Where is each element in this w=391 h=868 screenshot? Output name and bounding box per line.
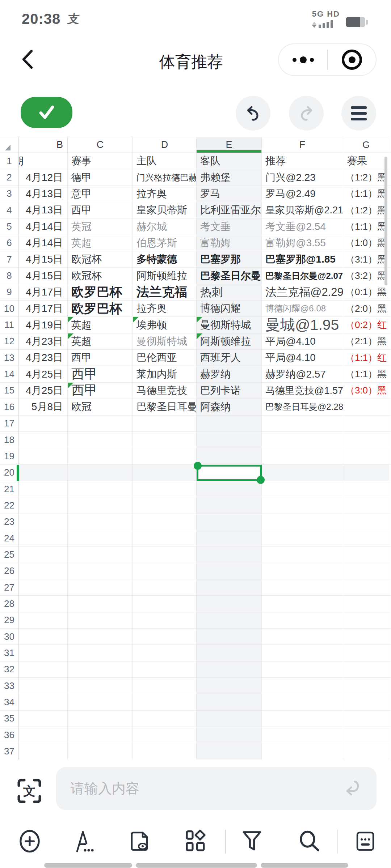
cell-F37[interactable]	[262, 743, 343, 759]
cell-B11[interactable]: 4月19日	[19, 317, 68, 333]
row-header-16[interactable]: 16	[0, 399, 19, 415]
cell-B1[interactable]: 期	[19, 153, 68, 169]
undo-button[interactable]	[236, 96, 270, 131]
cell-G14[interactable]: （1:1）黑	[343, 366, 389, 382]
cell-D12[interactable]: 曼彻斯特城	[133, 333, 197, 349]
cell-B4[interactable]: 4月13日	[19, 202, 68, 218]
scan-text-button[interactable]: 文	[17, 778, 41, 805]
cell-B22[interactable]	[19, 497, 68, 513]
row-header-13[interactable]: 13	[0, 350, 19, 366]
cell-F32[interactable]	[262, 661, 343, 677]
add-button[interactable]	[18, 830, 41, 854]
cell-F3[interactable]: 罗马@2.49	[262, 186, 343, 202]
cell-E16[interactable]: 阿森纳	[197, 399, 262, 415]
cell-C25[interactable]	[68, 546, 133, 562]
cell-G30[interactable]	[343, 629, 389, 644]
row-header-26[interactable]: 26	[0, 563, 19, 579]
cell-F34[interactable]	[262, 694, 343, 710]
cell-D27[interactable]	[133, 579, 197, 595]
cell-D5[interactable]: 赫尔城	[133, 218, 197, 234]
row-header-36[interactable]: 36	[0, 727, 19, 743]
cell-C4[interactable]: 西甲	[68, 202, 133, 218]
cell-B17[interactable]	[19, 416, 68, 431]
cell-G20[interactable]	[343, 465, 389, 481]
cell-B6[interactable]: 4月14日	[19, 235, 68, 251]
cell-G2[interactable]: （1:2）黑	[343, 169, 389, 185]
cell-C6[interactable]: 英超	[68, 235, 133, 251]
cell-content-input[interactable]: 请输入内容	[56, 767, 377, 810]
cell-D7[interactable]: 多特蒙德	[133, 251, 197, 267]
cell-E9[interactable]: 热刺	[197, 284, 262, 300]
cell-B36[interactable]	[19, 727, 68, 743]
cell-C34[interactable]	[68, 694, 133, 710]
cell-D20[interactable]	[133, 465, 197, 481]
cell-F31[interactable]	[262, 645, 343, 661]
column-header-E[interactable]: E	[197, 137, 262, 153]
cell-E36[interactable]	[197, 727, 262, 743]
cell-B37[interactable]	[19, 743, 68, 759]
cell-C28[interactable]	[68, 596, 133, 612]
cell-E14[interactable]: 赫罗纳	[197, 366, 262, 382]
cell-layout-button[interactable]	[184, 830, 207, 854]
row-header-24[interactable]: 24	[0, 530, 19, 546]
vertical-scrollbar[interactable]	[384, 157, 387, 285]
cell-C27[interactable]	[68, 579, 133, 595]
row-header-20[interactable]: 20	[0, 465, 19, 481]
cell-D19[interactable]	[133, 448, 197, 464]
row-header-27[interactable]: 27	[0, 579, 19, 595]
row-header-23[interactable]: 23	[0, 514, 19, 530]
cell-F18[interactable]	[262, 432, 343, 448]
cell-B10[interactable]: 4月17日	[19, 301, 68, 316]
cell-C12[interactable]: 英超	[68, 333, 133, 349]
cell-B8[interactable]: 4月15日	[19, 268, 68, 284]
cell-D6[interactable]: 伯恩茅斯	[133, 235, 197, 251]
cell-F7[interactable]: 巴塞罗那@1.85	[262, 251, 343, 267]
cell-D8[interactable]: 阿斯顿维拉	[133, 268, 197, 284]
row-header-29[interactable]: 29	[0, 612, 19, 628]
cell-F35[interactable]	[262, 711, 343, 727]
cell-G3[interactable]: （1:1）黑	[343, 186, 389, 202]
cell-G1[interactable]: 赛果	[343, 153, 389, 169]
cell-G5[interactable]: （1:1）黑	[343, 218, 389, 234]
gesture-bar-segment[interactable]	[136, 863, 257, 868]
column-header-F[interactable]: F	[262, 137, 343, 153]
cell-F8[interactable]: 巴黎圣日尔曼@2.07	[262, 268, 343, 284]
cell-C24[interactable]	[68, 530, 133, 546]
row-header-15[interactable]: 15	[0, 383, 19, 399]
row-header-1[interactable]: 1	[0, 153, 19, 169]
cell-F24[interactable]	[262, 530, 343, 546]
cell-E26[interactable]	[197, 563, 262, 579]
cell-D36[interactable]	[133, 727, 197, 743]
cell-B34[interactable]	[19, 694, 68, 710]
cell-D24[interactable]	[133, 530, 197, 546]
cell-B15[interactable]: 4月25日	[19, 383, 68, 399]
cell-D28[interactable]	[133, 596, 197, 612]
cell-D1[interactable]: 主队	[133, 153, 197, 169]
cell-B3[interactable]: 4月13日	[19, 186, 68, 202]
cell-E20[interactable]	[197, 465, 262, 481]
cell-F29[interactable]	[262, 612, 343, 628]
cell-C35[interactable]	[68, 711, 133, 727]
cell-C9[interactable]: 欧罗巴杯	[68, 284, 133, 300]
cell-B29[interactable]	[19, 612, 68, 628]
row-header-28[interactable]: 28	[0, 596, 19, 612]
cell-G33[interactable]	[343, 678, 389, 694]
file-preview-button[interactable]	[129, 830, 152, 854]
cell-F17[interactable]	[262, 416, 343, 431]
cell-G32[interactable]	[343, 661, 389, 677]
cell-E23[interactable]	[197, 514, 262, 530]
cell-E21[interactable]	[197, 481, 262, 497]
row-header-22[interactable]: 22	[0, 497, 19, 513]
column-header-G[interactable]: G	[343, 137, 389, 153]
cell-C23[interactable]	[68, 514, 133, 530]
cell-D4[interactable]: 皇家贝蒂斯	[133, 202, 197, 218]
cell-D25[interactable]	[133, 546, 197, 562]
cell-B7[interactable]: 4月15日	[19, 251, 68, 267]
row-header-32[interactable]: 32	[0, 661, 19, 677]
cell-G37[interactable]	[343, 743, 389, 759]
cell-F25[interactable]	[262, 546, 343, 562]
row-header-18[interactable]: 18	[0, 432, 19, 448]
gesture-bar-segment[interactable]	[44, 863, 132, 868]
cell-F6[interactable]: 富勒姆@3.55	[262, 235, 343, 251]
cell-D11[interactable]: 埃弗顿	[133, 317, 197, 333]
